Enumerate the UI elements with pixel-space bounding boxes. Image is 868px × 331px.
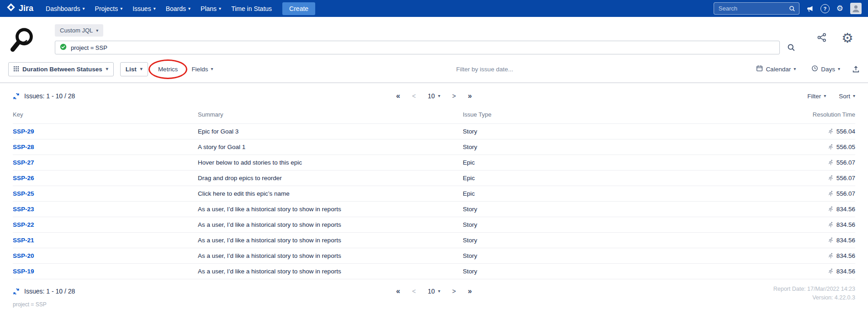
jql-input[interactable]: project = SSP (55, 41, 780, 54)
last-page-button[interactable]: » (468, 92, 472, 100)
issue-summary: As a user, I’d like a historical story t… (198, 237, 463, 244)
issue-key-link[interactable]: SSP-19 (13, 268, 34, 275)
nav-search-box[interactable] (714, 2, 799, 15)
time-unit-label: Days (821, 66, 835, 73)
chevron-down-icon: ▾ (838, 67, 840, 71)
last-page-button[interactable]: » (468, 287, 472, 295)
nav-item-label: Dashboards (46, 5, 80, 12)
nav-item-plans[interactable]: Plans ▾ (196, 0, 226, 17)
page: Jira Dashboards ▾ Projects ▾ Issues ▾ Bo… (0, 0, 868, 331)
table-row[interactable]: SSP-27 Hover below to add stories to thi… (13, 155, 855, 171)
issue-key-link[interactable]: SSP-21 (13, 237, 34, 244)
resolution-value: 556.07 (836, 175, 855, 182)
first-page-button[interactable]: « (396, 92, 400, 100)
version-label: Version: 4.22.0.3 (773, 294, 855, 302)
sort-label: Sort (839, 93, 850, 100)
table-row[interactable]: SSP-23 As a user, I’d like a historical … (13, 202, 855, 217)
chevron-down-icon: ▾ (438, 289, 440, 294)
prev-page-button[interactable]: < (412, 92, 416, 100)
issue-type: Epic (463, 175, 755, 182)
column-header-issue-type: Issue Type (463, 111, 755, 118)
prev-page-button[interactable]: < (412, 288, 416, 295)
nav-item-issues[interactable]: Issues ▾ (127, 0, 161, 17)
jql-mode-select[interactable]: Custom JQL ▾ (55, 24, 103, 37)
issue-key-link[interactable]: SSP-20 (13, 252, 34, 259)
issue-summary: A story for Goal 1 (198, 144, 463, 150)
jira-logo[interactable]: Jira (6, 3, 33, 14)
search-input[interactable] (718, 5, 789, 12)
sort-button[interactable]: Sort ▾ (839, 93, 855, 100)
issue-summary: As a user, I’d like a historical story t… (198, 252, 463, 259)
fields-label: Fields (191, 66, 208, 73)
table-row[interactable]: SSP-19 As a user, I’d like a historical … (13, 264, 855, 279)
gear-icon[interactable]: ⚙ (836, 5, 843, 12)
page-size-select[interactable]: 10 ▾ (428, 288, 440, 295)
table-row[interactable]: SSP-25 Click here to edit this epic’s na… (13, 186, 855, 202)
fields-button[interactable]: Fields ▾ (188, 63, 217, 76)
settings-gear-icon[interactable]: ⚙ (842, 32, 853, 45)
issues-count: Issues: 1 - 10 / 28 (24, 92, 75, 100)
view-selector-button[interactable]: Duration Between Statuses ▾ (8, 62, 114, 76)
issue-resolution-time: 834.56 (755, 252, 855, 259)
filter-button[interactable]: Filter ▾ (807, 93, 826, 100)
announcement-icon[interactable] (806, 5, 814, 12)
metrics-button[interactable]: Metrics (154, 63, 182, 76)
issue-type: Story (463, 144, 755, 150)
table-row[interactable]: SSP-28 A story for Goal 1 Story 556.05 (13, 139, 855, 155)
chevron-down-icon: ▾ (140, 67, 143, 71)
first-page-button[interactable]: « (396, 287, 400, 295)
issue-resolution-time: 556.04 (755, 128, 855, 135)
nav-right-cluster: ? ⚙ (714, 2, 862, 15)
resolution-value: 556.07 (836, 190, 855, 197)
next-page-button[interactable]: > (452, 92, 456, 100)
table-row[interactable]: SSP-29 Epic for Goal 3 Story 556.04 (13, 124, 855, 139)
resolution-value: 834.56 (836, 252, 855, 259)
issue-key-link[interactable]: SSP-22 (13, 221, 34, 228)
grid-icon (14, 66, 19, 73)
jql-echo: project = SSP (0, 299, 868, 310)
chevron-down-icon: ▾ (438, 94, 440, 98)
filter-label: Filter (807, 93, 821, 100)
refresh-icon[interactable] (13, 93, 20, 100)
nav-item-boards[interactable]: Boards ▾ (161, 0, 196, 17)
chevron-down-icon: ▾ (219, 6, 221, 11)
table-row[interactable]: SSP-26 Drag and drop epics to reorder Ep… (13, 171, 855, 186)
issue-resolution-time: 834.56 (755, 268, 855, 275)
table-row[interactable]: SSP-22 As a user, I’d like a historical … (13, 217, 855, 233)
page-size-select[interactable]: 10 ▾ (428, 92, 440, 100)
issue-key-link[interactable]: SSP-27 (13, 159, 34, 166)
issue-date-filter-input[interactable] (424, 65, 545, 73)
table-row[interactable]: SSP-20 As a user, I’d like a historical … (13, 248, 855, 264)
time-unit-button[interactable]: Days ▾ (808, 62, 844, 76)
create-button[interactable]: Create (282, 2, 315, 15)
issue-resolution-time: 556.05 (755, 144, 855, 150)
export-icon[interactable] (852, 65, 860, 73)
issue-key-link[interactable]: SSP-28 (13, 144, 34, 150)
refresh-icon[interactable] (13, 288, 20, 295)
issue-resolution-time: 834.56 (755, 221, 855, 228)
nav-item-dashboards[interactable]: Dashboards ▾ (41, 0, 90, 17)
list-view-button[interactable]: List ▾ (120, 62, 148, 76)
runner-icon (828, 191, 834, 197)
share-icon[interactable] (817, 32, 827, 44)
table-row[interactable]: SSP-21 As a user, I’d like a historical … (13, 233, 855, 248)
issue-key-link[interactable]: SSP-23 (13, 206, 34, 213)
search-icon (789, 5, 795, 12)
nav-item-label: Boards (166, 5, 186, 12)
issue-key-link[interactable]: SSP-25 (13, 190, 34, 197)
issue-key-link[interactable]: SSP-26 (13, 175, 34, 182)
chevron-down-icon: ▾ (120, 6, 122, 11)
nav-item-projects[interactable]: Projects ▾ (90, 0, 128, 17)
issue-type: Epic (463, 159, 755, 166)
avatar[interactable] (850, 3, 862, 14)
run-query-search-icon[interactable] (787, 43, 795, 52)
runner-icon (828, 237, 834, 243)
nav-item-time-in-status[interactable]: Time in Status (226, 0, 277, 17)
chevron-down-icon: ▾ (824, 94, 826, 98)
calendar-button[interactable]: Calendar ▾ (752, 62, 799, 76)
next-page-button[interactable]: > (452, 288, 456, 295)
issue-resolution-time: 556.07 (755, 159, 855, 166)
issue-type: Story (463, 206, 755, 213)
issue-key-link[interactable]: SSP-29 (13, 128, 34, 135)
help-icon[interactable]: ? (820, 4, 830, 13)
